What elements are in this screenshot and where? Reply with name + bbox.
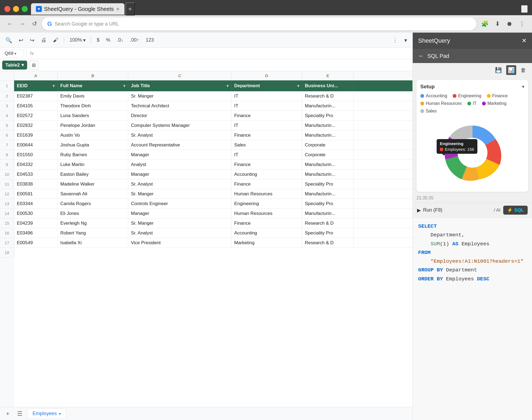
close-traffic-light[interactable] bbox=[4, 6, 10, 12]
header-cell-businessunit[interactable]: Business Uni... bbox=[302, 80, 354, 91]
table-format-button[interactable]: ⊞ bbox=[29, 61, 38, 70]
cell-14-4[interactable]: Speciality Pro bbox=[302, 228, 354, 238]
cell-1-1[interactable]: Theodore Dinh bbox=[58, 101, 128, 111]
cell-11-1[interactable]: Camila Rogers bbox=[58, 199, 128, 208]
cell-13-4[interactable]: Research & D bbox=[302, 218, 354, 228]
cell-9-3[interactable]: Finance bbox=[231, 179, 302, 189]
cell-8-2[interactable]: Manager bbox=[128, 170, 231, 179]
cell-15-2[interactable]: Vice President bbox=[128, 238, 231, 247]
cell-11-3[interactable]: Engineering bbox=[231, 199, 302, 208]
sheet-tab-dropdown-icon[interactable]: ▾ bbox=[59, 412, 61, 416]
cell-8-0[interactable]: E04533 bbox=[14, 170, 58, 179]
cell-8-1[interactable]: Easton Bailey bbox=[58, 170, 128, 179]
ai-button[interactable]: / AI bbox=[494, 208, 500, 213]
cell-13-3[interactable]: Finance bbox=[231, 218, 302, 228]
run-query-button[interactable]: ▶ Run (F9) bbox=[417, 207, 442, 213]
cell-8-3[interactable]: Accounting bbox=[231, 170, 302, 179]
cell-15-4[interactable]: Research & D bbox=[302, 238, 354, 247]
table-row[interactable]: E02832Penelope JordanComputer Systems Ma… bbox=[14, 121, 412, 130]
eeid-sort-icon[interactable]: ▾ bbox=[53, 84, 55, 88]
cell-11-2[interactable]: Controls Engineer bbox=[128, 199, 231, 208]
cell-9-4[interactable]: Speciality Pro bbox=[302, 179, 354, 189]
cell-4-2[interactable]: Sr. Analyst bbox=[128, 130, 231, 140]
header-cell-eeid[interactable]: EEID ▾ bbox=[14, 80, 58, 91]
cell-10-3[interactable]: Human Resources bbox=[231, 189, 302, 199]
download-button[interactable]: ⬇ bbox=[493, 19, 502, 29]
table-row[interactable]: E03344Camila RogersControls EngineerEngi… bbox=[14, 199, 412, 209]
cell-3-4[interactable]: Manufacturin... bbox=[302, 121, 354, 130]
table-name-button[interactable]: Table2 ▾ bbox=[2, 61, 27, 70]
refresh-button[interactable]: ↺ bbox=[30, 19, 39, 29]
cell-14-1[interactable]: Robert Yang bbox=[58, 228, 128, 238]
extensions-button[interactable]: 🧩 bbox=[480, 19, 490, 29]
table-row[interactable]: E03838Madeline WalkerSr. AnalystFinanceS… bbox=[14, 179, 412, 189]
cell-6-3[interactable]: IT bbox=[231, 150, 302, 159]
cell-9-1[interactable]: Madeline Walker bbox=[58, 179, 128, 189]
table-row[interactable]: E04239Everleigh NgSr. MangerFinanceResea… bbox=[14, 218, 412, 228]
zoom-control[interactable]: 100% ▾ bbox=[67, 36, 88, 44]
employees-sheet-tab[interactable]: Employees ▾ bbox=[27, 408, 66, 419]
currency-button[interactable]: $ bbox=[95, 36, 102, 44]
new-tab-button[interactable]: + bbox=[126, 2, 135, 15]
cell-12-4[interactable]: Manufacturin... bbox=[302, 209, 354, 218]
cell-4-3[interactable]: Finance bbox=[231, 130, 302, 140]
cell-14-2[interactable]: Sr. Analyst bbox=[128, 228, 231, 238]
maximize-traffic-light[interactable] bbox=[22, 6, 28, 12]
cell-2-3[interactable]: Finance bbox=[231, 111, 302, 120]
more-formats-button[interactable]: ⋮ bbox=[390, 36, 400, 45]
cell-10-1[interactable]: Savannah Ali bbox=[58, 189, 128, 199]
cell-10-2[interactable]: Sr. Manger bbox=[128, 189, 231, 199]
col-header-b[interactable]: B bbox=[58, 71, 128, 80]
cell-7-2[interactable]: Analyst bbox=[128, 160, 231, 169]
add-sheet-button[interactable]: + bbox=[3, 409, 12, 419]
cell-0-3[interactable]: IT bbox=[231, 91, 302, 101]
undo-button[interactable]: ↩ bbox=[17, 35, 26, 45]
increase-decimal-button[interactable]: .00↑ bbox=[128, 36, 141, 44]
cell-1-4[interactable]: Manufacturin... bbox=[302, 101, 354, 111]
cell-2-0[interactable]: E02572 bbox=[14, 111, 58, 120]
toolbar-collapse-button[interactable]: ▾ bbox=[402, 35, 409, 45]
cell-15-0[interactable]: E00549 bbox=[14, 238, 58, 247]
cell-1-3[interactable]: IT bbox=[231, 101, 302, 111]
cell-12-0[interactable]: E00530 bbox=[14, 209, 58, 218]
setup-chevron-icon[interactable]: ▾ bbox=[522, 84, 524, 90]
cell-2-2[interactable]: Director bbox=[128, 111, 231, 120]
cell-8-4[interactable]: Manufacturin... bbox=[302, 170, 354, 179]
percent-button[interactable]: % bbox=[104, 36, 112, 44]
cell-12-1[interactable]: Eli Jones bbox=[58, 209, 128, 218]
table-row[interactable]: E02387Emily DavisSr. MangerITResearch & … bbox=[14, 91, 412, 101]
save-query-button[interactable]: 💾 bbox=[493, 65, 503, 75]
back-button[interactable]: ← bbox=[5, 19, 15, 29]
cell-4-1[interactable]: Austin Vo bbox=[58, 130, 128, 140]
cell-14-3[interactable]: Accounting bbox=[231, 228, 302, 238]
cell-reference[interactable]: Q69 ▾ bbox=[2, 49, 24, 58]
cell-7-1[interactable]: Luke Martin bbox=[58, 160, 128, 169]
header-cell-jobtitle[interactable]: Job Title ▾ bbox=[128, 80, 231, 91]
table-row[interactable]: E00591Savannah AliSr. MangerHuman Resour… bbox=[14, 189, 412, 199]
cell-0-1[interactable]: Emily Davis bbox=[58, 91, 128, 101]
panel-back-button[interactable]: ← bbox=[418, 52, 424, 59]
cell-1-0[interactable]: E04105 bbox=[14, 101, 58, 111]
forward-button[interactable]: → bbox=[18, 19, 27, 29]
cell-ref-dropdown-icon[interactable]: ▾ bbox=[14, 51, 16, 56]
cell-5-4[interactable]: Corporate bbox=[302, 140, 354, 150]
table-row[interactable]: E01639Austin VoSr. AnalystFinanceManufac… bbox=[14, 130, 412, 140]
panel-close-button[interactable]: ✕ bbox=[522, 37, 527, 44]
cell-0-4[interactable]: Research & D bbox=[302, 91, 354, 101]
cell-4-0[interactable]: E01639 bbox=[14, 130, 58, 140]
table-row[interactable]: E03496Robert YangSr. AnalystAccountingSp… bbox=[14, 228, 412, 238]
active-tab[interactable]: ✦ SheetQuery - Google Sheets ✕ bbox=[31, 3, 124, 15]
header-cell-department[interactable]: Department ▾ bbox=[231, 80, 302, 91]
more-button[interactable]: ⋮ bbox=[517, 19, 527, 29]
cell-0-2[interactable]: Sr. Manger bbox=[128, 91, 231, 101]
cell-5-1[interactable]: Joshua Gupta bbox=[58, 140, 128, 150]
browser-menu-button[interactable]: ⋮ bbox=[521, 5, 528, 13]
table-row[interactable]: E02572Luna SandersDirectorFinanceSpecial… bbox=[14, 111, 412, 121]
col-header-c[interactable]: C bbox=[128, 71, 231, 80]
paint-format-button[interactable]: 🖌 bbox=[51, 35, 61, 45]
table-row[interactable]: E00549Isabella XiVice PresidentMarketing… bbox=[14, 238, 412, 248]
cell-15-1[interactable]: Isabella Xi bbox=[58, 238, 128, 247]
cell-7-0[interactable]: E04332 bbox=[14, 160, 58, 169]
delete-query-button[interactable]: 🗑 bbox=[519, 65, 528, 75]
cell-6-0[interactable]: E01550 bbox=[14, 150, 58, 159]
